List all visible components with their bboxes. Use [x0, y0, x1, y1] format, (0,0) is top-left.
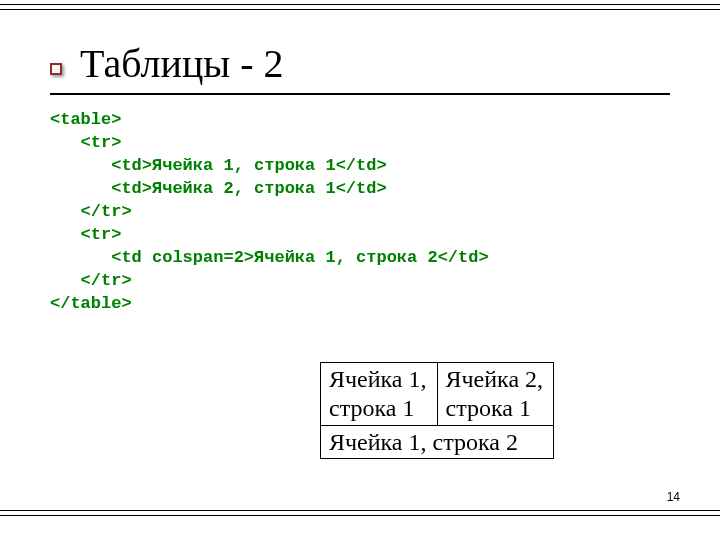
code-example: <table> <tr> <td>Ячейка 1, строка 1</td>… [50, 109, 670, 315]
cell-text: Ячейка 1, [329, 366, 427, 392]
cell-text: строка 1 [446, 395, 531, 421]
rendered-table-wrap: Ячейка 1, строка 1 Ячейка 2, строка 1 Яч… [320, 362, 554, 459]
title-underline [50, 93, 670, 95]
table-row: Ячейка 1, строка 2 [321, 425, 554, 459]
title-block: Таблицы - 2 [50, 40, 670, 87]
table-cell-r2: Ячейка 1, строка 2 [321, 425, 554, 459]
table-cell-r1c1: Ячейка 1, строка 1 [321, 363, 438, 426]
cell-text: Ячейка 2, [446, 366, 544, 392]
table-cell-r1c2: Ячейка 2, строка 1 [437, 363, 554, 426]
slide: Таблицы - 2 <table> <tr> <td>Ячейка 1, с… [0, 0, 720, 540]
slide-title: Таблицы - 2 [80, 41, 284, 86]
title-bullet-icon [50, 63, 62, 75]
page-number: 14 [667, 490, 680, 504]
table-row: Ячейка 1, строка 1 Ячейка 2, строка 1 [321, 363, 554, 426]
rendered-table: Ячейка 1, строка 1 Ячейка 2, строка 1 Яч… [320, 362, 554, 459]
cell-text: строка 1 [329, 395, 414, 421]
bottom-double-rule [0, 510, 720, 516]
